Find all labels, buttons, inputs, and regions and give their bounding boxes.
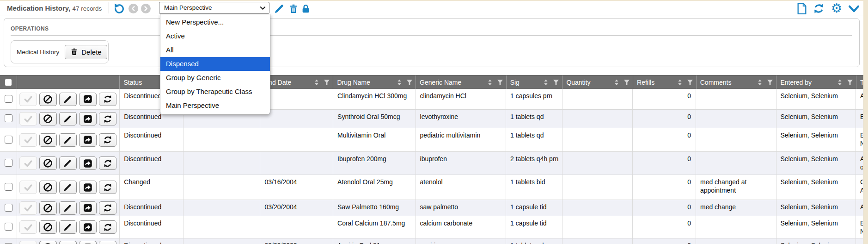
perspective-select[interactable]: Main Perspective (159, 2, 269, 14)
next-button[interactable] (141, 4, 151, 13)
perspective-option[interactable]: Main Perspective (160, 99, 270, 113)
discontinue-button[interactable] (39, 156, 57, 170)
column-header-therapy[interactable]: T (856, 75, 863, 89)
sort-icon[interactable] (314, 79, 319, 86)
sort-icon[interactable] (837, 79, 843, 86)
no-sign-icon (43, 203, 53, 213)
renew-button[interactable] (99, 156, 116, 170)
forward-button[interactable] (79, 93, 97, 106)
row-checkbox[interactable] (5, 114, 12, 122)
edit-button[interactable] (59, 241, 77, 244)
forward-button[interactable] (79, 181, 97, 194)
perspective-option[interactable]: Active (160, 29, 270, 43)
edit-button[interactable] (59, 133, 77, 147)
column-header-generic[interactable]: Generic Name (416, 75, 507, 89)
discontinue-button[interactable] (39, 220, 57, 234)
edit-button[interactable] (59, 93, 77, 106)
check-icon (24, 115, 33, 123)
column-header-entered_by[interactable]: Entered by (776, 75, 856, 89)
column-header-drug[interactable]: Drug Name (333, 75, 416, 89)
filter-funnel-icon[interactable] (767, 79, 773, 86)
filter-funnel-icon[interactable] (687, 79, 693, 86)
discontinue-button[interactable] (39, 133, 57, 147)
operations-group-label: Medical History (17, 49, 59, 56)
perspective-option[interactable]: Group by Generic (160, 71, 270, 85)
select-all-checkbox[interactable] (5, 79, 12, 86)
discontinue-button[interactable] (39, 93, 57, 106)
forward-button[interactable] (79, 112, 97, 125)
renew-button[interactable] (99, 220, 116, 234)
perspective-option[interactable]: New Perspective... (160, 15, 270, 29)
toolbar: Medication History, 47 records Main Pers… (0, 1, 863, 15)
settings-button[interactable]: ⚙ (830, 2, 843, 15)
undo-button[interactable] (113, 2, 125, 14)
forward-button[interactable] (79, 201, 97, 215)
cell-sig: 1 tablets qd (506, 110, 562, 128)
row-checkbox[interactable] (5, 204, 12, 212)
collapse-toolbar-button[interactable] (848, 3, 860, 14)
edit-button[interactable] (59, 112, 77, 125)
renew-button[interactable] (99, 93, 116, 106)
renew-button[interactable] (99, 112, 116, 125)
edit-button[interactable] (59, 181, 77, 194)
cell-sig: 2 tablets q4h prn (506, 152, 562, 175)
discontinue-button[interactable] (39, 201, 57, 215)
delete-perspective-button[interactable] (287, 3, 299, 14)
column-header-end_date[interactable]: End Date (261, 75, 334, 89)
perspective-option[interactable]: Dispensed (160, 57, 270, 71)
edit-button[interactable] (59, 201, 77, 215)
renew-button[interactable] (99, 181, 116, 194)
renew-button[interactable] (99, 133, 116, 147)
filter-funnel-icon[interactable] (623, 79, 630, 86)
renew-button[interactable] (99, 201, 116, 215)
edit-perspective-button[interactable] (274, 3, 285, 14)
filter-funnel-icon[interactable] (406, 79, 413, 86)
cell-check (0, 200, 17, 216)
sort-icon[interactable] (677, 79, 683, 86)
refresh-icon (103, 135, 112, 144)
forward-button[interactable] (79, 220, 97, 234)
column-header-sig[interactable]: Sig (507, 75, 563, 89)
forward-button[interactable] (79, 156, 97, 170)
check-icon (24, 223, 33, 231)
discontinue-button[interactable] (39, 181, 57, 194)
filter-funnel-icon[interactable] (324, 79, 330, 86)
discontinue-button[interactable] (39, 112, 57, 125)
discontinue-button[interactable] (39, 241, 57, 244)
column-label-sig: Sig (510, 79, 520, 86)
forward-button[interactable] (79, 133, 97, 147)
column-header-refills[interactable]: Refills (633, 75, 697, 89)
operations-label: OPERATIONS (11, 25, 49, 32)
new-document-button[interactable] (796, 2, 808, 15)
edit-button[interactable] (59, 220, 77, 234)
filter-funnel-icon[interactable] (497, 79, 503, 86)
perspective-option[interactable]: All (160, 43, 270, 57)
sort-icon[interactable] (614, 79, 619, 86)
forward-button[interactable] (79, 241, 97, 244)
row-checkbox[interactable] (5, 223, 12, 231)
cell-start_date (183, 152, 261, 175)
refresh-button[interactable] (813, 2, 825, 15)
row-checkbox[interactable] (5, 136, 12, 144)
cell-quantity (562, 216, 633, 238)
renew-button[interactable] (99, 241, 116, 244)
row-checkbox[interactable] (5, 159, 12, 167)
sort-icon[interactable] (757, 79, 763, 86)
filter-funnel-icon[interactable] (847, 79, 853, 86)
edit-button[interactable] (59, 156, 77, 170)
prev-button[interactable] (128, 4, 138, 13)
sort-icon[interactable] (487, 79, 493, 86)
sort-icon[interactable] (397, 79, 402, 86)
row-checkbox[interactable] (5, 183, 12, 191)
filter-funnel-icon[interactable] (553, 79, 559, 86)
delete-button[interactable]: Delete (65, 45, 107, 59)
column-header-comments[interactable]: Comments (697, 75, 777, 89)
perspective-option[interactable]: Group by Therapeutic Class (160, 85, 270, 99)
forward-arrow-icon (83, 94, 92, 104)
sort-icon[interactable] (543, 79, 549, 86)
lock-perspective-button[interactable] (300, 3, 311, 14)
row-checkbox[interactable] (5, 95, 12, 103)
cell-refills: 0 (633, 175, 696, 200)
column-header-quantity[interactable]: Quantity (562, 75, 633, 89)
column-header-check[interactable] (0, 75, 17, 89)
